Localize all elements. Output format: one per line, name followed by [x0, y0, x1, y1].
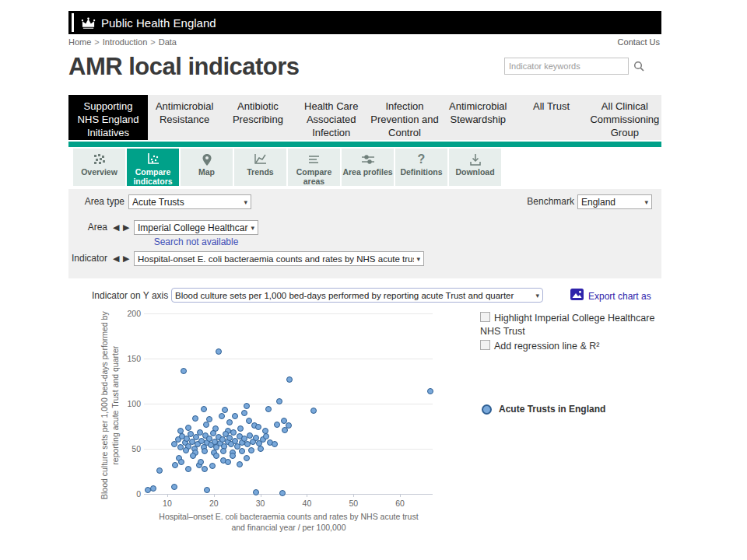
x-tick-mark — [167, 494, 168, 497]
regression-option: Add regression line & R² — [480, 340, 599, 353]
data-point[interactable] — [244, 403, 250, 409]
data-point[interactable] — [263, 433, 269, 439]
data-point[interactable] — [209, 463, 216, 469]
data-point[interactable] — [150, 485, 156, 492]
x-tick-mark — [214, 494, 215, 497]
area-type-label: Area type — [68, 196, 124, 207]
indicator-select[interactable]: Hospital-onset E. coli bacteraemia count… — [134, 251, 424, 266]
data-point[interactable] — [226, 419, 233, 425]
data-point[interactable] — [185, 425, 191, 431]
search-input[interactable] — [504, 58, 629, 75]
tab-health-care-associated-infection[interactable]: Health Care Associated Infection — [295, 95, 368, 140]
tab-infection-prevention-and-control[interactable]: Infection Prevention and Control — [368, 95, 441, 140]
tab-antibiotic-prescribing[interactable]: Antibiotic Prescribing — [221, 95, 294, 140]
tab-antimicrobial-resistance[interactable]: Antimicrobial Resistance — [148, 95, 221, 140]
plot-area: 102030405060 — [144, 313, 433, 495]
export-chart-control[interactable]: Export chart as — [570, 289, 651, 303]
breadcrumb-separator: > — [94, 37, 99, 47]
tab-all-trust[interactable]: All Trust — [514, 95, 587, 140]
data-point[interactable] — [258, 446, 264, 452]
trends-button[interactable]: Trends — [234, 149, 286, 186]
data-point[interactable] — [198, 459, 204, 465]
indicator-next-button[interactable]: ▶ — [123, 251, 129, 266]
gridline — [144, 313, 433, 314]
tab-supporting-nhs-england-initiatives[interactable]: Supporting NHS England Initiatives — [68, 95, 148, 140]
data-point[interactable] — [192, 415, 198, 422]
line-chart-icon — [254, 152, 268, 167]
compare-areas-button[interactable]: Compare areas — [288, 149, 340, 186]
data-point[interactable] — [225, 459, 231, 465]
y-axis-indicator-select[interactable]: Blood culture sets per 1,000 bed-days pe… — [171, 288, 543, 303]
data-point[interactable] — [185, 466, 191, 472]
data-point[interactable] — [237, 461, 243, 467]
data-point[interactable] — [222, 407, 228, 413]
data-point[interactable] — [172, 462, 178, 468]
data-point[interactable] — [255, 424, 261, 430]
y-tick-label: 200 — [114, 309, 141, 318]
download-button[interactable]: Download — [449, 149, 501, 186]
breadcrumb-home[interactable]: Home — [68, 37, 91, 47]
search-icon[interactable] — [633, 61, 644, 72]
data-point[interactable] — [244, 455, 250, 461]
data-point[interactable] — [202, 466, 208, 472]
data-point[interactable] — [230, 453, 236, 459]
data-point[interactable] — [276, 398, 282, 404]
data-point[interactable] — [272, 441, 278, 447]
map-button[interactable]: Map — [181, 149, 233, 186]
data-point[interactable] — [171, 484, 177, 490]
data-point[interactable] — [183, 447, 189, 453]
export-chart-label: Export chart as — [588, 291, 651, 302]
data-point[interactable] — [230, 429, 237, 436]
data-point[interactable] — [190, 453, 196, 459]
area-select[interactable]: Imperial College Healthcare ▾ — [134, 220, 258, 235]
data-point[interactable] — [274, 422, 280, 428]
data-point[interactable] — [178, 459, 184, 465]
indicator-on-y-axis-label: Indicator on Y axis — [92, 290, 168, 301]
breadcrumb-introduction[interactable]: Introduction — [103, 37, 147, 47]
data-point[interactable] — [216, 348, 222, 355]
data-point[interactable] — [265, 406, 272, 412]
overview-button[interactable]: Overview — [73, 149, 125, 186]
definitions-button[interactable]: ? Definitions — [395, 149, 447, 186]
data-point[interactable] — [310, 408, 317, 414]
data-point[interactable] — [201, 406, 207, 412]
data-point[interactable] — [239, 448, 245, 454]
data-point[interactable] — [177, 444, 184, 450]
data-point[interactable] — [213, 453, 219, 459]
tab-all-clinical-commissioning-group[interactable]: All Clinical Commissioning Group — [588, 95, 661, 140]
regression-checkbox[interactable] — [480, 340, 490, 350]
benchmark-select[interactable]: England ▾ — [577, 194, 652, 209]
data-point[interactable] — [237, 425, 244, 432]
y-tick-label: 0 — [114, 489, 141, 499]
x-tick-label: 60 — [395, 499, 405, 508]
data-point[interactable] — [220, 448, 226, 454]
data-point[interactable] — [427, 388, 433, 394]
data-point[interactable] — [253, 489, 259, 495]
breadcrumb-data[interactable]: Data — [159, 37, 177, 47]
indicator-prev-button[interactable]: ◀ — [113, 251, 119, 266]
data-point[interactable] — [248, 447, 254, 453]
area-next-button[interactable]: ▶ — [123, 220, 129, 235]
data-point[interactable] — [232, 413, 238, 419]
chart-section: Blood culture sets per 1,000 bed-days pe… — [68, 307, 661, 544]
y-tick-label: 50 — [114, 444, 141, 453]
breadcrumb: Home>Introduction>Data Contact Us — [68, 37, 661, 50]
data-point[interactable] — [204, 487, 210, 493]
compare-indicators-button[interactable]: Compare indicators — [127, 149, 179, 186]
data-point[interactable] — [286, 376, 293, 383]
data-point[interactable] — [282, 427, 288, 433]
data-point[interactable] — [181, 368, 187, 374]
contact-us-link[interactable]: Contact Us — [618, 37, 660, 47]
search-not-available-link[interactable]: Search not available — [134, 236, 258, 247]
data-point[interactable] — [156, 467, 163, 474]
data-point[interactable] — [219, 413, 225, 419]
tab-antimicrobial-stewardship[interactable]: Antimicrobial Stewardship — [441, 95, 514, 140]
data-point[interactable] — [279, 490, 286, 496]
data-point[interactable] — [241, 410, 247, 416]
data-point[interactable] — [203, 422, 209, 428]
area-type-select[interactable]: Acute Trusts ▾ — [128, 194, 251, 209]
data-point[interactable] — [202, 448, 208, 454]
highlight-trust-checkbox[interactable] — [480, 312, 490, 322]
area-prev-button[interactable]: ◀ — [113, 220, 119, 235]
area-profiles-button[interactable]: Area profiles — [342, 149, 394, 186]
